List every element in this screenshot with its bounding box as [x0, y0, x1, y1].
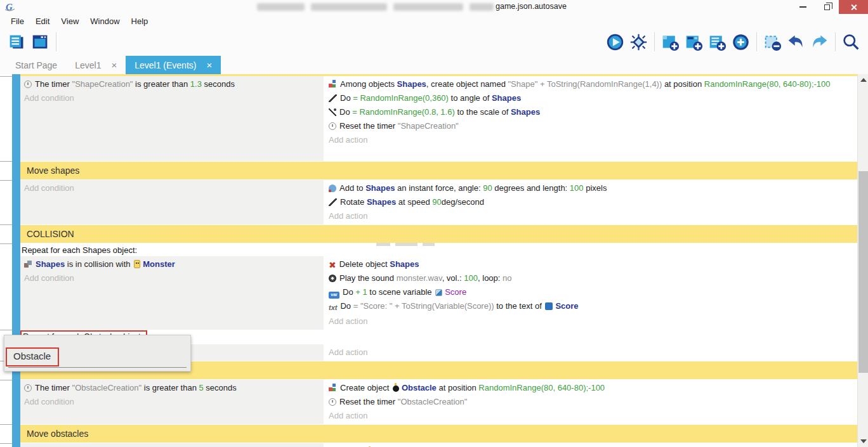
scrollbar-thumb[interactable]	[858, 171, 868, 373]
add-sub-event-button[interactable]	[682, 30, 706, 53]
add-condition-button[interactable]: Add condition	[24, 444, 324, 447]
text-segment: 100	[570, 183, 584, 193]
text-segment: Monster	[143, 259, 175, 269]
text-segment: Do	[343, 287, 355, 297]
tab-level1-events-[interactable]: Level1 (Events)×	[126, 56, 221, 74]
event-selection-bar[interactable]	[12, 161, 20, 180]
text-segment: is greater than	[141, 383, 199, 392]
comment-text[interactable]: Move obstacles	[20, 425, 857, 443]
action-line[interactable]: Do = RandomInRange(0.8, 1.6) to the scal…	[329, 105, 844, 119]
highlight-box-obstacle	[6, 347, 59, 366]
action-line[interactable]: Among objects Shapes, create object name…	[329, 77, 844, 91]
menu-item-window[interactable]: Window	[84, 16, 125, 26]
text-segment: pixels	[584, 183, 607, 193]
event-gutter	[0, 76, 12, 161]
comment-text[interactable]: COLLISION	[20, 225, 857, 243]
event-selection-bar[interactable]	[12, 424, 20, 443]
menu-item-view[interactable]: View	[55, 16, 84, 26]
restore-icon	[824, 4, 830, 10]
conditions-column: The timer "ObstacleCreation" is greater …	[20, 380, 324, 424]
text-segment: 1.3	[190, 79, 202, 89]
event-selection-bar[interactable]	[12, 224, 20, 243]
event-selection-bar[interactable]	[12, 76, 20, 161]
play-button[interactable]	[603, 30, 627, 53]
repeat-header[interactable]: Repeat for each Shapes object:	[20, 243, 857, 256]
add-action-button[interactable]: Add action	[329, 133, 844, 147]
add-action-button[interactable]: Add action	[329, 346, 844, 360]
condition-line[interactable]: The timer "ObstacleCreation" is greater …	[24, 381, 324, 395]
redo-icon	[810, 33, 829, 51]
vertical-scrollbar[interactable]	[857, 74, 868, 447]
add-condition-button[interactable]: Add condition	[24, 395, 324, 409]
scene-editor-button[interactable]	[29, 30, 52, 53]
delete-icon: ✖	[329, 261, 336, 269]
text-segment: Reset the timer	[339, 397, 398, 406]
action-line[interactable]: ✖Delete object Shapes	[329, 257, 844, 271]
comment-text[interactable]: Move shapes	[20, 162, 857, 179]
debug-button[interactable]	[627, 30, 650, 53]
remove-selection-button[interactable]	[761, 30, 784, 53]
action-line[interactable]: Reset the timer "ShapeCreation"	[329, 119, 844, 133]
text-segment: at speed	[396, 197, 432, 207]
add-action-button[interactable]: Add action	[329, 209, 844, 223]
condition-line[interactable]: Shapes is in collision with Monster	[24, 257, 324, 271]
event-selection-bar[interactable]	[12, 443, 20, 447]
action-line[interactable]: Add to Obstacle an instant force, angle:…	[329, 444, 844, 447]
minimize-button[interactable]	[791, 0, 815, 14]
project-manager-button[interactable]	[5, 30, 29, 53]
timer-icon	[329, 122, 336, 130]
shapes-icon	[24, 261, 32, 268]
close-button[interactable]	[839, 0, 868, 14]
add-event-button[interactable]	[659, 30, 682, 53]
text-segment: Shapes	[397, 79, 426, 89]
add-action-button[interactable]: Add action	[329, 409, 844, 423]
menu-item-help[interactable]: Help	[126, 16, 154, 26]
event-selection-bar[interactable]	[12, 180, 20, 224]
scene-editor-icon	[31, 33, 49, 51]
action-line[interactable]: Add to Shapes an instant force, angle: 9…	[329, 181, 844, 195]
text-segment: , loop:	[478, 273, 503, 283]
event-gutter	[0, 161, 12, 180]
redacted-title-segment	[311, 3, 387, 11]
tab-close-icon[interactable]: ×	[111, 60, 117, 70]
action-line[interactable]: Rotate Shapes at speed 90deg/second	[329, 195, 844, 209]
actions-column: Add to Obstacle an instant force, angle:…	[324, 443, 857, 447]
condition-line[interactable]: The timer "ShapeCreation" is greater tha…	[24, 77, 324, 91]
object-selector-popup: Obstacle	[4, 335, 191, 372]
scroll-up-arrow-icon[interactable]	[860, 78, 867, 82]
undo-button[interactable]	[784, 30, 808, 53]
text-segment: to the scale of	[455, 107, 511, 117]
search-button[interactable]	[839, 30, 863, 53]
add-action-button[interactable]: Add action	[329, 314, 844, 328]
action-line[interactable]: txtDo = "Score: " + ToString(Variable(Sc…	[329, 299, 844, 314]
tab-level1[interactable]: Level1×	[66, 56, 126, 74]
text-segment: 90	[432, 197, 441, 207]
text-segment: "Shape" + ToString(RandomInRange(1,4))	[508, 79, 662, 89]
event-selection-bar[interactable]	[12, 380, 20, 424]
redo-button[interactable]	[808, 30, 831, 53]
add-new-button[interactable]	[729, 30, 753, 53]
txt-icon: txt	[329, 301, 337, 314]
action-line[interactable]: Do = RandomInRange(0,360) to angle of Sh…	[329, 91, 844, 105]
add-sub-event-icon	[685, 33, 703, 51]
add-condition-button[interactable]: Add condition	[24, 271, 324, 285]
menu-item-edit[interactable]: Edit	[30, 16, 55, 26]
action-line[interactable]: Reset the timer "ObstacleCreation"	[329, 395, 844, 409]
toolbar-separator	[835, 32, 836, 51]
menu-item-file[interactable]: File	[5, 16, 30, 26]
text-segment: = RandomInRange(0,360)	[353, 93, 449, 103]
text-segment: RandomInRange(80, 640-80);-100	[704, 79, 831, 89]
action-line[interactable]: varDo + 1 to scene variable Score	[329, 285, 844, 299]
action-line[interactable]: Create object Obstacle at position Rando…	[329, 381, 844, 395]
add-comment-button[interactable]	[706, 30, 729, 53]
event-selection-bar[interactable]	[12, 243, 20, 330]
add-condition-button[interactable]: Add condition	[24, 91, 324, 105]
add-condition-button[interactable]: Add condition	[24, 181, 324, 195]
tab-start-page[interactable]: Start Page	[6, 56, 66, 74]
action-line[interactable]: Play the sound monster.wav, vol.: 100, l…	[329, 271, 844, 285]
restore-button[interactable]	[815, 0, 839, 14]
text-segment: Play the sound	[339, 273, 397, 283]
tab-close-icon[interactable]: ×	[206, 60, 212, 70]
scroll-down-arrow-icon[interactable]	[860, 439, 867, 443]
text-segment: to scene variable	[367, 287, 435, 297]
